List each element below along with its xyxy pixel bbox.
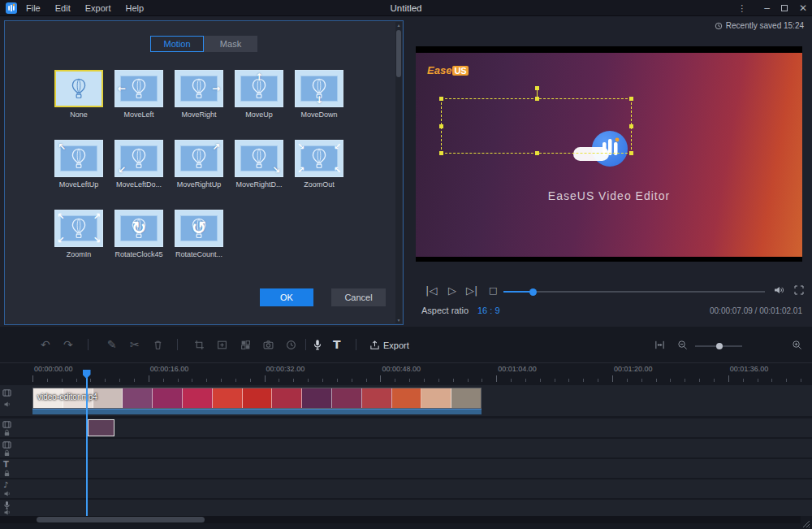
video-clip[interactable]: video-editor.mp4 <box>32 388 482 414</box>
split-icon[interactable]: ✂ <box>130 339 140 350</box>
menu-help[interactable]: Help <box>126 3 145 13</box>
lock-icon[interactable] <box>3 429 11 436</box>
zoom-slider-knob[interactable] <box>716 343 723 349</box>
motion-effect-zoomin[interactable]: ↖↗↙↘ ZoomIn <box>54 210 103 259</box>
handle-middle-left[interactable] <box>439 124 443 128</box>
delete-icon[interactable] <box>153 340 163 350</box>
play-button[interactable]: ▷ <box>448 284 456 297</box>
ruler-tick <box>366 379 367 382</box>
playhead[interactable] <box>86 370 88 516</box>
duration-icon[interactable] <box>286 340 296 350</box>
motion-effect-moveup[interactable]: ↑ MoveUp <box>235 70 283 119</box>
undo-icon[interactable]: ↶ <box>41 339 50 350</box>
handle-middle-right[interactable] <box>629 124 633 128</box>
menu-export[interactable]: Export <box>85 3 111 13</box>
tab-mask[interactable]: Mask <box>204 36 257 52</box>
handle-bottom-right[interactable] <box>629 151 633 155</box>
scrollbar-thumb[interactable] <box>396 30 401 77</box>
track-overlay-1[interactable] <box>0 418 812 437</box>
more-menu-icon[interactable]: ⋮ <box>737 3 746 14</box>
handle-bottom-left[interactable] <box>439 151 443 155</box>
motion-effect-moveleftdown[interactable]: ↙ MoveLeftDo... <box>114 140 163 189</box>
overlay-clip[interactable] <box>88 419 114 436</box>
maximize-button[interactable] <box>781 5 788 11</box>
ruler-tick <box>192 379 192 382</box>
zoom-out-icon[interactable] <box>677 340 688 350</box>
handle-top-right[interactable] <box>629 97 633 101</box>
motion-effect-moverightup[interactable]: ↗ MoveRightUp <box>175 140 223 189</box>
ruler-tick <box>322 379 323 382</box>
timeline-zoom-slider[interactable] <box>695 345 742 347</box>
redo-icon[interactable]: ↷ <box>63 339 73 350</box>
close-button[interactable]: ✕ <box>799 2 807 14</box>
mosaic-icon[interactable] <box>240 340 251 350</box>
ruler-label: 00:00:16.00 <box>150 365 189 373</box>
track-overlay-2[interactable] <box>0 439 812 457</box>
ruler-tick <box>178 379 179 382</box>
export-icon[interactable] <box>369 340 380 350</box>
next-frame-button[interactable]: ▷| <box>466 284 477 297</box>
handle-bottom-middle[interactable] <box>535 151 539 155</box>
snapshot-icon[interactable] <box>263 340 274 350</box>
ruler-tick <box>685 379 685 382</box>
aspect-ratio-value[interactable]: 16 : 9 <box>477 306 500 315</box>
speaker-icon[interactable] <box>3 509 11 516</box>
seek-knob[interactable] <box>529 288 537 296</box>
track-music[interactable]: ♪ <box>0 479 812 498</box>
zoom-in-icon[interactable] <box>792 340 802 350</box>
edit-icon[interactable]: ✎ <box>107 339 117 350</box>
previous-frame-button[interactable]: |◁ <box>425 284 437 297</box>
fit-timeline-icon[interactable] <box>654 340 665 350</box>
stop-button[interactable]: □ <box>489 285 497 296</box>
speaker-icon[interactable] <box>3 490 11 497</box>
resize-grip-icon[interactable] <box>801 518 810 528</box>
motion-effect-moveleft[interactable]: ← MoveLeft <box>114 70 163 119</box>
track-text[interactable]: T <box>0 459 812 478</box>
dialog-scrollbar[interactable]: ▲ ▼ <box>395 22 402 323</box>
track-voiceover[interactable] <box>0 500 812 516</box>
lock-icon[interactable] <box>3 470 11 477</box>
clock-icon <box>715 22 723 30</box>
handle-top-left[interactable] <box>439 97 443 101</box>
minimize-button[interactable]: – <box>764 2 770 14</box>
motion-effect-rotateclock45[interactable]: ↻ RotateClock45 <box>114 210 163 259</box>
track-header <box>2 418 13 437</box>
rotate-handle[interactable] <box>535 86 539 90</box>
menu-edit[interactable]: Edit <box>55 3 71 13</box>
filmstrip-frame <box>362 388 392 408</box>
menu-file[interactable]: File <box>26 3 41 13</box>
motion-effect-zoomout[interactable]: ↘↙↗↖ ZoomOut <box>295 140 343 189</box>
app-logo-icon[interactable] <box>6 2 17 14</box>
scroll-up-icon[interactable]: ▲ <box>395 23 402 28</box>
handle-top-middle[interactable] <box>535 97 539 101</box>
voiceover-mic-icon[interactable] <box>312 339 323 350</box>
motion-effect-none[interactable]: None <box>54 70 103 119</box>
motion-effect-moveright[interactable]: → MoveRight <box>175 70 223 119</box>
speaker-icon[interactable] <box>3 401 11 408</box>
text-to-speech-icon[interactable]: T <box>333 339 341 350</box>
timeline-scrollbar-thumb[interactable] <box>37 517 205 522</box>
track-header <box>2 439 13 457</box>
freeze-frame-icon[interactable] <box>217 340 227 350</box>
motion-effect-movedown[interactable]: ↓ MoveDown <box>295 70 343 119</box>
motion-effect-moveleftup[interactable]: ↖ MoveLeftUp <box>54 140 103 189</box>
export-button[interactable]: Export <box>383 340 409 350</box>
motion-effect-rotatecounter[interactable]: ↺ RotateCount... <box>175 210 223 259</box>
motion-effect-moverightdown[interactable]: ↘ MoveRightD... <box>235 140 283 189</box>
seek-slider[interactable] <box>503 291 765 293</box>
lock-icon[interactable] <box>3 449 11 457</box>
timeline-scrollbar[interactable] <box>0 516 801 523</box>
fullscreen-icon[interactable] <box>794 285 804 295</box>
selection-box[interactable] <box>441 98 632 154</box>
tab-motion[interactable]: Motion <box>150 36 204 52</box>
ruler-tick <box>62 379 63 382</box>
scroll-down-icon[interactable]: ▼ <box>395 318 402 323</box>
ruler-tick <box>670 379 671 382</box>
volume-icon[interactable] <box>773 284 784 296</box>
timeline-ruler[interactable]: 00:00:00.0000:00:16.0000:00:32.0000:00:4… <box>0 362 812 382</box>
ok-button[interactable]: OK <box>260 288 313 306</box>
cancel-button[interactable]: Cancel <box>331 288 386 306</box>
ruler-label: 00:01:04.00 <box>498 365 537 373</box>
track-video-main[interactable]: video-editor.mp4 <box>0 385 812 416</box>
crop-icon[interactable] <box>194 340 205 350</box>
